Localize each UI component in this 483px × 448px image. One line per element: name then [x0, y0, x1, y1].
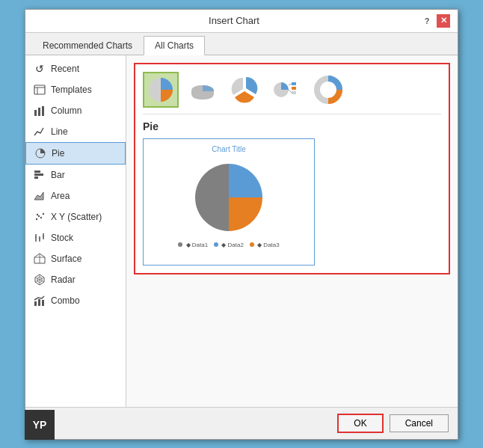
pie-chart-svg [184, 156, 274, 239]
dialog-title: Insert Chart [48, 15, 420, 26]
close-button[interactable]: ✕ [437, 14, 450, 28]
tab-all-charts[interactable]: All Charts [144, 36, 205, 55]
sidebar-item-area[interactable]: Area [25, 185, 126, 206]
sidebar-label-stock: Stock [51, 233, 73, 243]
svg-rect-8 [34, 174, 43, 176]
sidebar-label-pie: Pie [52, 148, 64, 159]
dialog-footer: OK Cancel [25, 407, 458, 439]
help-button[interactable]: ? [420, 14, 434, 28]
dialog-window: Insert Chart ? ✕ Recommended Charts All … [25, 9, 458, 440]
bar-icon [33, 168, 46, 182]
svg-rect-4 [38, 108, 40, 116]
svg-rect-0 [34, 85, 45, 94]
title-bar-controls: ? ✕ [420, 14, 450, 28]
yp-logo: YP [25, 410, 55, 440]
sidebar-item-recent[interactable]: ↺ Recent [25, 58, 126, 79]
svg-rect-3 [34, 110, 37, 116]
sidebar-item-combo[interactable]: Combo [25, 290, 126, 311]
main-content: Pie Chart Title [126, 55, 458, 407]
legend-item-data1: ◆ Data1 [178, 242, 208, 248]
surface-icon [33, 252, 46, 266]
sidebar-label-column: Column [51, 105, 81, 116]
templates-icon [33, 83, 46, 96]
legend-item-data3: ◆ Data3 [250, 242, 280, 248]
sidebar-label-combo: Combo [51, 295, 80, 306]
column-icon [33, 104, 46, 117]
svg-rect-9 [34, 177, 38, 179]
line-icon [33, 125, 46, 138]
sidebar-item-stock[interactable]: Stock [25, 227, 126, 248]
ok-button[interactable]: OK [337, 414, 383, 433]
sidebar: ↺ Recent Templates Column [25, 55, 126, 407]
chart-preview: Chart Title [143, 138, 315, 266]
area-icon [33, 189, 46, 203]
sidebar-label-area: Area [51, 191, 70, 201]
sidebar-item-radar[interactable]: Radar [25, 269, 126, 290]
svg-line-42 [289, 90, 292, 93]
chart-type-bar-of-pie[interactable] [268, 72, 304, 108]
radar-icon [33, 273, 46, 286]
title-bar: Insert Chart ? ✕ [25, 10, 458, 33]
stock-icon [33, 231, 46, 245]
chart-icons-row [143, 72, 441, 114]
sidebar-item-bar[interactable]: Bar [25, 165, 126, 185]
svg-point-10 [36, 218, 37, 219]
svg-rect-32 [34, 301, 37, 306]
legend-item-data2: ◆ Data2 [214, 242, 244, 248]
tabs-bar: Recommended Charts All Charts [25, 33, 458, 55]
pie-icon [34, 147, 47, 160]
sidebar-item-column[interactable]: Column [25, 100, 126, 121]
recent-icon: ↺ [33, 62, 46, 76]
svg-rect-5 [42, 106, 44, 116]
svg-line-41 [289, 84, 292, 85]
dialog-body: ↺ Recent Templates Column [25, 55, 458, 407]
svg-point-14 [37, 213, 38, 215]
svg-point-13 [43, 212, 44, 214]
chart-type-pie-basic[interactable] [143, 72, 179, 108]
sidebar-item-line[interactable]: Line [25, 121, 126, 142]
sidebar-item-templates[interactable]: Templates [25, 79, 126, 100]
svg-point-11 [38, 215, 40, 216]
sidebar-item-pie[interactable]: Pie [25, 142, 126, 165]
sidebar-item-xyscatter[interactable]: X Y (Scatter) [25, 206, 126, 227]
svg-rect-40 [292, 91, 296, 94]
insert-chart-dialog: Insert Chart ? ✕ Recommended Charts All … [25, 9, 458, 440]
chart-type-label: Pie [143, 120, 441, 132]
chart-type-pie-3d[interactable] [185, 72, 221, 108]
sidebar-item-surface[interactable]: Surface [25, 248, 126, 269]
combo-icon [33, 294, 46, 307]
sidebar-label-xyscatter: X Y (Scatter) [51, 212, 102, 222]
pie-chart-svg-container [150, 156, 308, 239]
sidebar-label-recent: Recent [51, 64, 79, 74]
sidebar-label-radar: Radar [51, 274, 76, 285]
svg-rect-34 [42, 300, 44, 306]
chart-types-panel: Pie Chart Title [134, 63, 450, 274]
svg-point-12 [40, 216, 42, 218]
svg-rect-38 [292, 82, 296, 85]
chart-type-pie-exploded[interactable] [227, 72, 262, 108]
cancel-button[interactable]: Cancel [390, 414, 449, 432]
sidebar-label-surface: Surface [51, 254, 81, 264]
preview-chart-title: Chart Title [150, 145, 308, 153]
sidebar-label-templates: Templates [51, 85, 92, 95]
svg-rect-33 [38, 299, 40, 306]
svg-rect-39 [292, 87, 296, 90]
xyscatter-icon [33, 210, 46, 224]
tab-recommended-charts[interactable]: Recommended Charts [31, 36, 144, 55]
sidebar-label-line: Line [51, 126, 68, 137]
chart-type-donut[interactable] [310, 72, 346, 108]
pie-legend: ◆ Data1 ◆ Data2 ◆ Data3 [150, 242, 308, 248]
sidebar-label-bar: Bar [51, 170, 65, 180]
svg-rect-7 [34, 171, 40, 173]
